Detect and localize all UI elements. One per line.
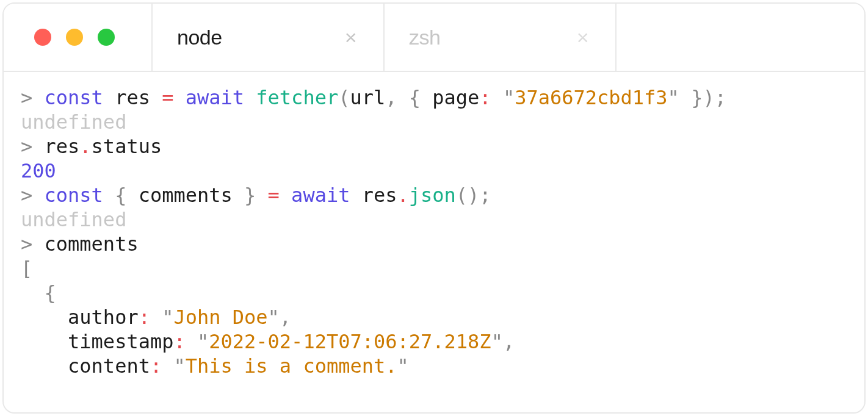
repl-input-line: > res.status <box>21 134 847 159</box>
indent <box>21 281 45 304</box>
token-punct: } <box>691 86 703 109</box>
token-operator: = <box>268 184 280 207</box>
token-punct: " <box>491 330 503 353</box>
tab-label: zsh <box>409 26 440 49</box>
repl-output-line: author: "John Doe", <box>21 305 847 329</box>
token-identifier: res <box>115 86 150 109</box>
repl-output-line: [ <box>21 256 847 281</box>
token-identifier: comments <box>139 184 233 207</box>
prompt-icon: > <box>21 86 32 109</box>
close-tab-icon[interactable]: × <box>577 27 588 48</box>
prompt-icon: > <box>21 232 32 256</box>
token-punct: " <box>268 306 280 329</box>
token-punct: { <box>409 86 421 109</box>
token-function: fetcher <box>256 86 338 109</box>
prompt-icon: > <box>21 184 32 207</box>
token-operator: : <box>139 306 150 329</box>
token-punct: " <box>668 86 679 109</box>
indent <box>21 354 68 378</box>
token-string: This is a comment. <box>186 354 397 378</box>
token-punct: " <box>162 306 173 329</box>
window-controls <box>4 4 153 71</box>
token-keyword: const <box>45 184 103 207</box>
token-punct: ; <box>479 184 491 207</box>
repl-output-line: content: "This is a comment." <box>21 354 847 378</box>
repl-output-line: timestamp: "2022-02-12T07:06:27.218Z", <box>21 329 847 354</box>
token-punct: ; <box>715 86 726 109</box>
tab-zsh[interactable]: zsh × <box>385 4 617 71</box>
minimize-icon[interactable] <box>66 29 83 46</box>
token-identifier: url <box>350 86 385 109</box>
repl-input-line: > const res = await fetcher(url, { page:… <box>21 85 847 110</box>
token-punct: " <box>197 330 209 353</box>
token-punct: } <box>244 184 256 207</box>
token-punct: " <box>173 354 185 378</box>
token-punct: , <box>503 330 515 353</box>
zoom-icon[interactable] <box>98 29 115 46</box>
token-key: timestamp <box>68 330 173 353</box>
token-operator: . <box>397 184 409 207</box>
token-punct: ) <box>703 86 714 109</box>
indent <box>21 306 68 329</box>
close-icon[interactable] <box>34 29 51 46</box>
token-punct: { <box>45 281 56 304</box>
indent <box>21 330 68 353</box>
token-keyword: await <box>291 184 350 207</box>
token-identifier: res <box>45 135 80 158</box>
token-keyword: await <box>186 86 244 109</box>
titlebar: node × zsh × <box>4 4 864 72</box>
token-operator: : <box>150 354 162 378</box>
token-key: content <box>68 354 150 378</box>
tab-node[interactable]: node × <box>153 4 385 71</box>
prompt-icon: > <box>21 135 32 158</box>
repl-output-line: { <box>21 281 847 305</box>
token-function: json <box>409 184 456 207</box>
token-punct: " <box>397 354 409 378</box>
terminal-window: node × zsh × > const res = await fetcher… <box>2 2 866 414</box>
repl-output-line: 200 <box>21 159 847 183</box>
repl-output-line: undefined <box>21 110 847 134</box>
token-punct: ( <box>338 86 350 109</box>
token-punct: " <box>503 86 515 109</box>
token-punct: , <box>280 306 291 329</box>
token-operator: : <box>173 330 185 353</box>
token-punct: () <box>456 184 480 207</box>
token-key: page <box>432 86 479 109</box>
repl-input-line: > const { comments } = await res.json(); <box>21 183 847 207</box>
token-operator: = <box>162 86 173 109</box>
token-punct: { <box>115 184 126 207</box>
repl-input-line: > comments <box>21 232 847 256</box>
token-operator: : <box>479 86 491 109</box>
token-string: John Doe <box>173 306 267 329</box>
repl-output-line: undefined <box>21 207 847 232</box>
token-operator: . <box>79 135 91 158</box>
token-string: 37a6672cbd1f3 <box>515 86 667 109</box>
token-identifier: status <box>92 135 162 158</box>
terminal-body[interactable]: > const res = await fetcher(url, { page:… <box>4 72 864 412</box>
tab-label: node <box>177 26 222 49</box>
token-string: 2022-02-12T07:06:27.218Z <box>209 330 491 353</box>
token-punct: , <box>385 86 397 109</box>
token-key: author <box>68 306 139 329</box>
token-keyword: const <box>45 86 103 109</box>
close-tab-icon[interactable]: × <box>345 27 356 48</box>
token-identifier: res <box>362 184 397 207</box>
token-identifier: comments <box>45 232 139 256</box>
